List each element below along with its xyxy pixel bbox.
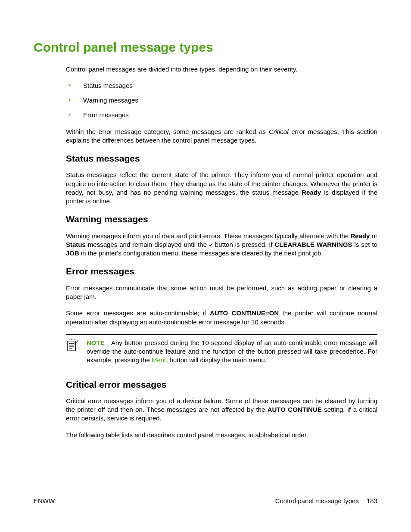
critical-heading: Critical error messages <box>66 379 377 391</box>
error-paragraph-2: Some error messages are auto-continuable… <box>66 309 377 327</box>
critical-paragraph-2: The following table lists and describes … <box>66 431 377 439</box>
message-types-list: Status messages Warning messages Error m… <box>66 81 377 120</box>
intro-paragraph-2: Within the error message category, some … <box>66 128 377 145</box>
menu-button-reference: Menu <box>152 356 168 364</box>
note-text: NOTE Any button pressed during the 10-se… <box>87 339 377 365</box>
status-heading: Status messages <box>66 152 377 165</box>
intro-paragraph: Control panel messages are divided into … <box>66 65 377 74</box>
warning-heading: Warning messages <box>66 213 377 225</box>
list-item: Error messages <box>66 111 377 119</box>
footer-section-name: Control panel message types <box>275 497 359 505</box>
list-item: Status messages <box>66 81 377 90</box>
page-title: Control panel message types <box>34 39 377 56</box>
check-icon: ✔ <box>209 243 213 248</box>
status-paragraph: Status messages reflect the current stat… <box>66 171 377 205</box>
warning-paragraph: Warning messages inform you of data and … <box>66 232 377 258</box>
page-number: 183 <box>367 497 377 505</box>
critical-paragraph-1: Critical error messages inform you of a … <box>66 397 377 423</box>
error-paragraph-1: Error messages communicate that some act… <box>66 284 377 302</box>
list-item: Warning messages <box>66 96 377 105</box>
svg-rect-0 <box>68 341 76 351</box>
footer-left: ENWW <box>34 497 55 505</box>
page-footer: ENWW Control panel message types 183 <box>34 497 377 505</box>
note-box: NOTE Any button pressed during the 10-se… <box>66 334 377 369</box>
content-body: Control panel messages are divided into … <box>34 65 377 439</box>
error-heading: Error messages <box>66 265 377 277</box>
note-icon <box>66 339 87 365</box>
